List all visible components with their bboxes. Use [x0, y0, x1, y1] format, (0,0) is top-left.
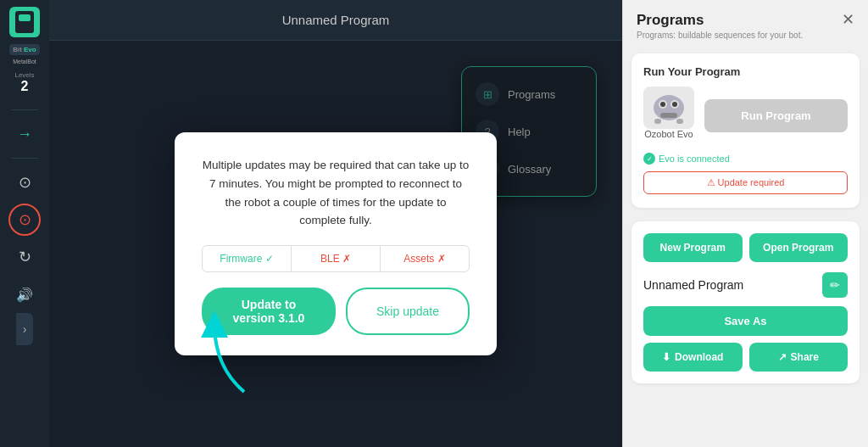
timer-btn[interactable]: ⊙ [8, 204, 41, 236]
svg-rect-7 [654, 119, 661, 124]
divider-1 [11, 109, 38, 110]
connected-indicator [643, 153, 655, 165]
bit-tag: Bit [13, 46, 22, 53]
new-program-button[interactable]: New Program [643, 233, 743, 262]
navigate-btn[interactable]: → [8, 118, 41, 150]
ble-label: BLE ✗ [320, 253, 351, 265]
svg-rect-6 [660, 113, 677, 118]
download-label: Download [675, 351, 723, 363]
svg-rect-8 [676, 119, 683, 124]
levels-number: 2 [21, 79, 29, 94]
download-icon: ⬇ [662, 351, 670, 363]
download-button[interactable]: ⬇ Download [643, 343, 743, 372]
update-modal: Multiple updates may be required that ca… [175, 132, 497, 355]
main-content: Unnamed Program ⊞ Programs ? Help 📋 Glos… [49, 0, 622, 447]
topbar: Unnamed Program [49, 0, 622, 41]
connected-badge: Evo is connected [643, 153, 848, 165]
ble-status: BLE ✗ [292, 246, 381, 271]
firmware-label: Firmware ✓ [220, 253, 273, 265]
program-name-label: Unnamed Program [643, 278, 743, 292]
modal-message: Multiple updates may be required that ca… [202, 156, 470, 229]
panel-subtitle: Programs: buildable sequences for your b… [637, 31, 803, 40]
program-title: Unnamed Program [282, 13, 390, 27]
divider-2 [11, 158, 38, 159]
download-share-row: ⬇ Download ↗ Share [643, 343, 848, 372]
skip-button[interactable]: Skip update [346, 288, 470, 335]
robot-name: Ozobot Evo [643, 129, 694, 139]
canvas-area: ⊞ Programs ? Help 📋 Glossary [49, 41, 622, 447]
assets-label: Assets ✗ [403, 253, 445, 265]
evo-tag: Evo [24, 46, 36, 53]
share-label: Share [791, 351, 819, 363]
connected-text: Evo is connected [659, 154, 730, 164]
status-row: Firmware ✓ BLE ✗ Assets ✗ [202, 245, 470, 272]
modal-overlay: Multiple updates may be required that ca… [49, 41, 622, 447]
sidebar-expand-btn[interactable]: › [16, 313, 33, 345]
levels-display: Levels 2 [14, 71, 34, 94]
sound-btn[interactable]: 🔊 [8, 278, 41, 310]
levels-label: Levels [14, 71, 34, 79]
sidebar: Bit Evo MetalBot Levels 2 → ⊙ ⊙ ↻ 🔊 › [0, 0, 49, 447]
brand-label: MetalBot [13, 59, 36, 64]
share-icon: ↗ [778, 351, 787, 363]
run-content: Ozobot Evo Run Program [643, 87, 848, 144]
svg-point-4 [660, 102, 665, 107]
refresh-btn[interactable]: ↻ [8, 241, 41, 273]
panel-header: Programs Programs: buildable sequences f… [623, 0, 868, 47]
program-action-row: New Program Open Program [643, 233, 848, 262]
run-section: Run Your Program Ozobot Evo [632, 53, 860, 208]
robot-svg [648, 89, 690, 126]
bot-tags: Bit Evo [9, 44, 39, 55]
programs-section: New Program Open Program Unnamed Program… [632, 221, 860, 383]
save-as-button[interactable]: Save As [643, 306, 848, 336]
right-panel: Programs Programs: buildable sequences f… [622, 0, 868, 447]
modal-actions: Update to version 3.1.0 Skip update [202, 288, 470, 335]
update-required-button[interactable]: ⚠ Update required [643, 171, 848, 194]
edit-program-icon[interactable]: ✏ [822, 272, 848, 298]
run-section-title: Run Your Program [643, 65, 848, 78]
location-btn[interactable]: ⊙ [8, 166, 41, 198]
open-program-button[interactable]: Open Program [749, 233, 849, 262]
share-button[interactable]: ↗ Share [749, 343, 849, 372]
svg-point-5 [672, 102, 677, 107]
robot-image [643, 87, 694, 129]
firmware-status: Firmware ✓ [203, 246, 292, 271]
assets-status: Assets ✗ [381, 246, 469, 271]
close-icon[interactable]: ✕ [842, 12, 854, 27]
update-button[interactable]: Update to version 3.1.0 [202, 288, 336, 335]
app-logo [9, 7, 40, 37]
program-name-row: Unnamed Program ✏ [643, 272, 848, 298]
run-program-button[interactable]: Run Program [704, 99, 848, 132]
panel-title: Programs [637, 12, 803, 29]
